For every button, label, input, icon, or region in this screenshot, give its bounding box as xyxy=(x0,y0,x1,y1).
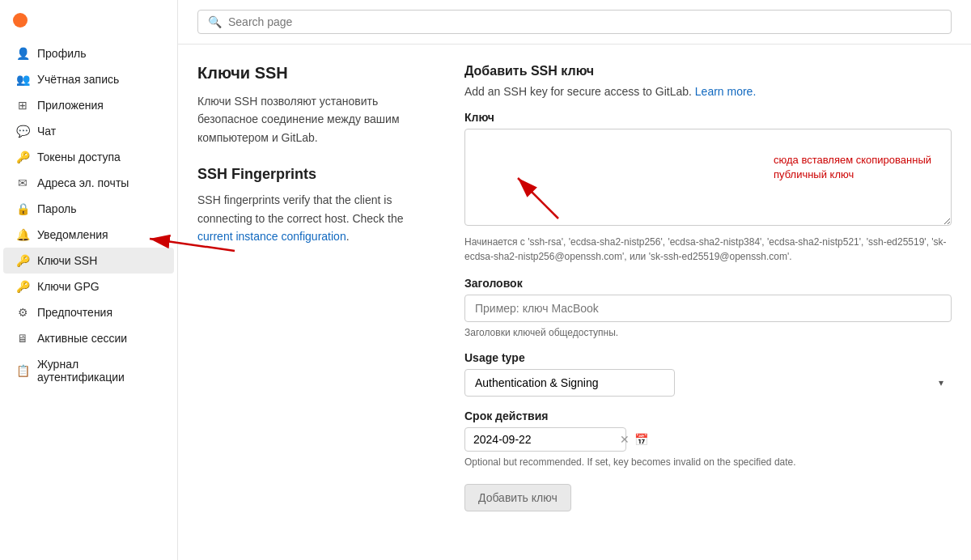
add-key-title: Добавить SSH ключ xyxy=(464,64,952,78)
fingerprint-title: SSH Fingerprints xyxy=(197,166,432,183)
usage-type-select[interactable]: Authentication & SigningAuthenticationSi… xyxy=(464,369,675,397)
learn-more-link[interactable]: Learn more. xyxy=(695,85,756,98)
apps-icon: ⊞ xyxy=(16,99,29,112)
sidebar-item-tokens[interactable]: 🔑Токены доступа xyxy=(3,144,174,170)
sidebar-item-chat[interactable]: 💬Чат xyxy=(3,118,174,144)
chat-icon: 💬 xyxy=(16,125,29,138)
sidebar-item-ssh-keys[interactable]: 🔑Ключи SSH xyxy=(3,248,174,274)
gpg-keys-icon: 🔑 xyxy=(16,280,29,293)
sidebar-item-apps[interactable]: ⊞Приложения xyxy=(3,92,174,118)
sidebar-label-email: Адреса эл. почты xyxy=(37,176,129,189)
sidebar-label-chat: Чат xyxy=(37,125,56,138)
sidebar-item-active-sessions[interactable]: 🖥Активные сессии xyxy=(3,325,174,351)
ssh-section-title: Ключи SSH xyxy=(197,64,432,83)
title-hint: Заголовки ключей общедоступны. xyxy=(464,327,952,338)
sidebar-label-password: Пароль xyxy=(37,202,77,215)
fingerprint-desc-text2: . xyxy=(346,230,350,243)
sidebar-label-preferences: Предпочтения xyxy=(37,306,112,319)
main-content: 🔍 Ключи SSH Ключи SSH позволяют установи… xyxy=(178,0,971,560)
profile-icon: 👤 xyxy=(16,47,29,60)
usage-type-label: Usage type xyxy=(464,351,952,364)
sidebar-item-account[interactable]: 👥Учётная запись xyxy=(3,66,174,92)
ssh-section-desc: Ключи SSH позволяют установить безопасно… xyxy=(197,92,432,146)
ssh-keys-icon: 🔑 xyxy=(16,254,29,267)
active-sessions-icon: 🖥 xyxy=(16,332,29,345)
email-icon: ✉ xyxy=(16,176,29,189)
account-icon: 👥 xyxy=(16,73,29,86)
sidebar-item-profile[interactable]: 👤Профиль xyxy=(3,40,174,66)
add-key-desc: Add an SSH key for secure access to GitL… xyxy=(464,85,952,98)
search-box[interactable]: 🔍 xyxy=(197,10,952,34)
sidebar-label-gpg-keys: Ключи GPG xyxy=(37,280,100,293)
sidebar-label-apps: Приложения xyxy=(37,99,104,112)
expiry-label: Срок действия xyxy=(464,409,952,422)
expiry-date-input[interactable] xyxy=(473,433,615,446)
right-panel: Добавить SSH ключ Add an SSH key for sec… xyxy=(464,64,952,541)
expiry-hint: Optional but recommended. If set, key be… xyxy=(464,456,952,468)
sidebar-item-email[interactable]: ✉Адреса эл. почты xyxy=(3,170,174,196)
sidebar-label-profile: Профиль xyxy=(37,47,86,60)
search-icon: 🔍 xyxy=(208,15,222,28)
password-icon: 🔒 xyxy=(16,202,29,215)
add-key-button[interactable]: Добавить ключ xyxy=(464,484,571,511)
title-input[interactable] xyxy=(464,295,952,322)
usage-select-wrapper: Authentication & SigningAuthenticationSi… xyxy=(464,369,952,397)
fingerprint-config-link[interactable]: current instance configuration xyxy=(197,230,346,243)
app-logo xyxy=(13,13,28,28)
clear-icon[interactable]: ✕ xyxy=(620,433,630,446)
notifications-icon: 🔔 xyxy=(16,228,29,241)
sidebar-item-auth-log[interactable]: 📋Журнал аутентификации xyxy=(3,351,174,390)
sidebar-label-active-sessions: Активные сессии xyxy=(37,332,127,345)
chevron-down-icon: ▾ xyxy=(939,377,943,388)
key-field-label: Ключ xyxy=(464,111,952,124)
sidebar-item-gpg-keys[interactable]: 🔑Ключи GPG xyxy=(3,274,174,299)
search-input[interactable] xyxy=(228,15,941,28)
preferences-icon: ⚙ xyxy=(16,306,29,319)
fingerprint-desc-text1: SSH fingerprints verify that the client … xyxy=(197,193,403,224)
fingerprint-desc: SSH fingerprints verify that the client … xyxy=(197,191,432,245)
sidebar-label-tokens: Токены доступа xyxy=(37,151,121,163)
key-hint: Начинается с 'ssh-rsa', 'ecdsa-sha2-nist… xyxy=(464,235,952,264)
sidebar-item-preferences[interactable]: ⚙Предпочтения xyxy=(3,299,174,325)
sidebar-label-ssh-keys: Ключи SSH xyxy=(37,254,97,267)
sidebar-label-notifications: Уведомления xyxy=(37,228,108,241)
content-area: Ключи SSH Ключи SSH позволяют установить… xyxy=(178,45,971,560)
calendar-icon[interactable]: 📅 xyxy=(634,433,648,446)
key-textarea-wrapper: сюда вставляем скопированный публичный к… xyxy=(464,129,952,228)
expiry-input-wrapper: ✕ 📅 xyxy=(464,427,626,452)
sidebar-item-password[interactable]: 🔒Пароль xyxy=(3,196,174,222)
left-panel: Ключи SSH Ключи SSH позволяют установить… xyxy=(197,64,432,541)
key-textarea[interactable] xyxy=(464,129,952,226)
sidebar: 👤Профиль👥Учётная запись⊞Приложения💬Чат🔑Т… xyxy=(0,0,178,560)
key-field-wrapper: сюда вставляем скопированный публичный к… xyxy=(464,129,952,228)
title-field-label: Заголовок xyxy=(464,277,952,290)
add-key-desc-text: Add an SSH key for secure access to GitL… xyxy=(464,85,692,98)
top-bar: 🔍 xyxy=(178,0,971,45)
tokens-icon: 🔑 xyxy=(16,151,29,163)
sidebar-label-account: Учётная запись xyxy=(37,73,119,86)
auth-log-icon: 📋 xyxy=(16,364,29,377)
sidebar-item-notifications[interactable]: 🔔Уведомления xyxy=(3,222,174,248)
sidebar-label-auth-log: Журнал аутентификации xyxy=(37,358,161,384)
